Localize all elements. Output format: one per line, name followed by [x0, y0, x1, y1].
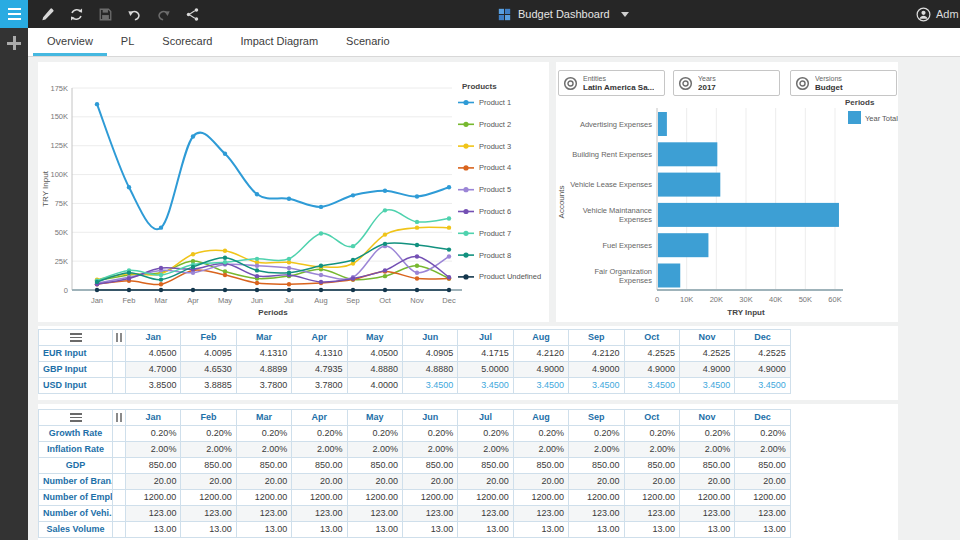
- cell-number-of-vehi--jan[interactable]: 123.00: [126, 506, 181, 522]
- column-header-dec[interactable]: Dec: [735, 410, 790, 426]
- tab-scenario[interactable]: Scenario: [332, 28, 403, 56]
- grid-menu-icon[interactable]: [70, 333, 82, 342]
- column-header-feb[interactable]: Feb: [181, 410, 236, 426]
- cell-gbp-input-jun[interactable]: 4.8880: [402, 362, 457, 378]
- cell-number-of-empl--aug[interactable]: 1200.00: [513, 490, 568, 506]
- legend-item-product-3[interactable]: Product 3: [458, 142, 511, 151]
- undo-button[interactable]: [125, 5, 143, 23]
- cell-growth-rate-dec[interactable]: 0.20%: [735, 426, 790, 442]
- data-point[interactable]: [319, 231, 323, 235]
- cell-gdp-jun[interactable]: 850.00: [402, 458, 457, 474]
- data-point[interactable]: [383, 288, 387, 292]
- data-point[interactable]: [447, 275, 451, 279]
- cell-sales-volume-mar[interactable]: 13.00: [236, 522, 291, 538]
- row-label[interactable]: GDP: [39, 458, 113, 474]
- data-point[interactable]: [447, 216, 451, 220]
- series-line-product-7[interactable]: [97, 210, 449, 281]
- cell-inflation-rate-aug[interactable]: 2.00%: [513, 442, 568, 458]
- legend-item-product-5[interactable]: Product 5: [458, 185, 511, 194]
- accounts-bar-chart[interactable]: 010K20K30K40K50K60KTRY InputAccountsAdve…: [556, 62, 898, 322]
- data-point[interactable]: [319, 280, 323, 284]
- column-header-jun[interactable]: Jun: [402, 410, 457, 426]
- row-handle[interactable]: [113, 346, 126, 362]
- data-point[interactable]: [415, 288, 419, 292]
- data-point[interactable]: [95, 288, 99, 292]
- cell-eur-input-jul[interactable]: 4.1715: [458, 346, 513, 362]
- cell-number-of-empl--sep[interactable]: 1200.00: [569, 490, 624, 506]
- cell-usd-input-nov[interactable]: 3.4500: [679, 378, 734, 394]
- bar-building-rent-expenses[interactable]: [658, 142, 717, 166]
- cell-number-of-vehi--oct[interactable]: 123.00: [624, 506, 679, 522]
- column-header-sep[interactable]: Sep: [569, 330, 624, 346]
- data-point[interactable]: [223, 273, 227, 277]
- data-point[interactable]: [287, 282, 291, 286]
- cell-growth-rate-aug[interactable]: 0.20%: [513, 426, 568, 442]
- cell-usd-input-aug[interactable]: 3.4500: [513, 378, 568, 394]
- data-point[interactable]: [255, 288, 259, 292]
- bar-fair-organization-expenses[interactable]: [658, 264, 680, 288]
- cell-number-of-empl--jan[interactable]: 1200.00: [126, 490, 181, 506]
- cell-gbp-input-dec[interactable]: 4.9000: [735, 362, 790, 378]
- data-point[interactable]: [223, 249, 227, 253]
- cell-gbp-input-sep[interactable]: 4.9000: [569, 362, 624, 378]
- row-label[interactable]: EUR Input: [39, 346, 113, 362]
- cell-gdp-apr[interactable]: 850.00: [292, 458, 347, 474]
- legend-item-year-total[interactable]: Year Total: [848, 111, 898, 124]
- cell-growth-rate-nov[interactable]: 0.20%: [679, 426, 734, 442]
- row-label[interactable]: Number of Bran...: [39, 474, 113, 490]
- cell-sales-volume-apr[interactable]: 13.00: [292, 522, 347, 538]
- row-handle[interactable]: [113, 490, 126, 506]
- tab-impact-diagram[interactable]: Impact Diagram: [226, 28, 332, 56]
- cell-gdp-may[interactable]: 850.00: [347, 458, 402, 474]
- cell-number-of-vehi--may[interactable]: 123.00: [347, 506, 402, 522]
- data-point[interactable]: [447, 254, 451, 258]
- column-header-dec[interactable]: Dec: [735, 330, 790, 346]
- data-point[interactable]: [319, 205, 323, 209]
- column-header-oct[interactable]: Oct: [624, 410, 679, 426]
- cell-growth-rate-apr[interactable]: 0.20%: [292, 426, 347, 442]
- data-point[interactable]: [415, 254, 419, 258]
- cell-number-of-empl--dec[interactable]: 1200.00: [735, 490, 790, 506]
- cell-sales-volume-jul[interactable]: 13.00: [458, 522, 513, 538]
- cell-gbp-input-nov[interactable]: 4.9000: [679, 362, 734, 378]
- cell-sales-volume-jan[interactable]: 13.00: [126, 522, 181, 538]
- data-point[interactable]: [95, 102, 99, 106]
- cell-number-of-bran--jul[interactable]: 20.00: [458, 474, 513, 490]
- cell-sales-volume-feb[interactable]: 13.00: [181, 522, 236, 538]
- cell-inflation-rate-feb[interactable]: 2.00%: [181, 442, 236, 458]
- cell-eur-input-jun[interactable]: 4.0905: [402, 346, 457, 362]
- cell-number-of-bran--sep[interactable]: 20.00: [569, 474, 624, 490]
- cell-inflation-rate-jan[interactable]: 2.00%: [126, 442, 181, 458]
- data-point[interactable]: [127, 276, 131, 280]
- bar-vehicle-lease-expenses[interactable]: [658, 173, 720, 197]
- legend-item-product-8[interactable]: Product 8: [458, 251, 511, 260]
- cell-eur-input-aug[interactable]: 4.2120: [513, 346, 568, 362]
- cell-growth-rate-jul[interactable]: 0.20%: [458, 426, 513, 442]
- cell-growth-rate-jan[interactable]: 0.20%: [126, 426, 181, 442]
- data-point[interactable]: [415, 276, 419, 280]
- cell-number-of-bran--apr[interactable]: 20.00: [292, 474, 347, 490]
- row-handle[interactable]: [113, 378, 126, 394]
- selector-versions[interactable]: VersionsBudget: [790, 70, 897, 96]
- cell-usd-input-dec[interactable]: 3.4500: [735, 378, 790, 394]
- data-point[interactable]: [351, 276, 355, 280]
- share-button[interactable]: [183, 5, 201, 23]
- cell-number-of-vehi--jul[interactable]: 123.00: [458, 506, 513, 522]
- cell-number-of-vehi--jun[interactable]: 123.00: [402, 506, 457, 522]
- legend-item-product-6[interactable]: Product 6: [458, 207, 511, 216]
- cell-inflation-rate-apr[interactable]: 2.00%: [292, 442, 347, 458]
- cell-gdp-aug[interactable]: 850.00: [513, 458, 568, 474]
- data-point[interactable]: [223, 260, 227, 264]
- cell-eur-input-jan[interactable]: 4.0500: [126, 346, 181, 362]
- column-header-jan[interactable]: Jan: [126, 410, 181, 426]
- row-label[interactable]: USD Input: [39, 378, 113, 394]
- data-point[interactable]: [319, 288, 323, 292]
- cell-number-of-bran--dec[interactable]: 20.00: [735, 474, 790, 490]
- row-handle[interactable]: [113, 458, 126, 474]
- products-line-chart[interactable]: 025K50K75K100K125K150K175KTRY InputJanFe…: [38, 62, 549, 322]
- data-point[interactable]: [159, 288, 163, 292]
- row-handle[interactable]: [113, 426, 126, 442]
- cell-sales-volume-dec[interactable]: 13.00: [735, 522, 790, 538]
- cell-usd-input-apr[interactable]: 3.7800: [292, 378, 347, 394]
- cell-growth-rate-jun[interactable]: 0.20%: [402, 426, 457, 442]
